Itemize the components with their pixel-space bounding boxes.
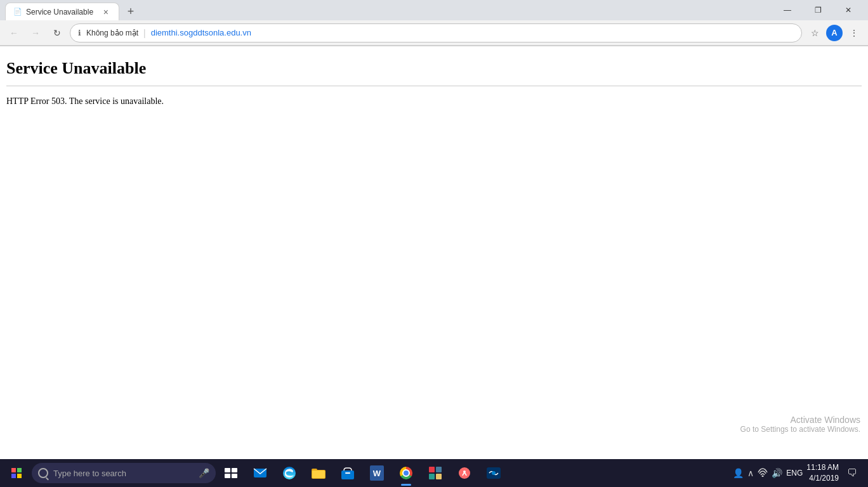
start-button[interactable] bbox=[3, 459, 30, 487]
app8-button[interactable] bbox=[450, 459, 478, 487]
people-tray-icon[interactable]: 👤 bbox=[733, 468, 744, 478]
file-explorer-icon bbox=[311, 465, 326, 481]
app7-button[interactable] bbox=[421, 459, 449, 487]
security-text: Không bảo mật bbox=[86, 29, 138, 37]
url-text: diemthi.sogddtsonla.edu.vn bbox=[151, 28, 251, 37]
clock-time: 11:18 AM bbox=[806, 462, 839, 473]
edge-icon bbox=[282, 465, 297, 481]
svg-rect-3 bbox=[232, 474, 237, 478]
microphone-icon[interactable]: 🎤 bbox=[199, 468, 209, 478]
page-title: Service Unavailable bbox=[6, 59, 862, 78]
window-controls: — ❐ ✕ bbox=[773, 0, 863, 20]
svg-rect-1 bbox=[232, 468, 237, 472]
svg-rect-9 bbox=[341, 471, 354, 479]
page-content: Service Unavailable HTTP Error 503. The … bbox=[0, 46, 868, 460]
file-explorer-button[interactable] bbox=[305, 459, 332, 487]
tab-close-button[interactable]: × bbox=[101, 6, 111, 18]
clock-date: 4/1/2019 bbox=[806, 473, 839, 484]
taskbar: Type here to search 🎤 bbox=[0, 459, 868, 487]
svg-rect-8 bbox=[312, 471, 325, 478]
browser-chrome: 📄 Service Unavailable × + — ❐ ✕ ← → ↻ ℹ … bbox=[0, 0, 868, 46]
teamviewer-button[interactable] bbox=[480, 459, 508, 487]
task-view-icon bbox=[223, 465, 239, 481]
chrome-app-button[interactable] bbox=[392, 459, 420, 487]
security-icon: ℹ bbox=[78, 29, 81, 37]
chrome-icon bbox=[400, 467, 412, 479]
maximize-button[interactable]: ❐ bbox=[803, 0, 832, 20]
active-tab[interactable]: 📄 Service Unavailable × bbox=[5, 3, 119, 20]
svg-point-18 bbox=[492, 471, 496, 475]
close-button[interactable]: ✕ bbox=[834, 0, 863, 20]
volume-tray-icon[interactable]: 🔊 bbox=[772, 468, 782, 478]
svg-point-19 bbox=[762, 475, 764, 477]
tabs-area: 📄 Service Unavailable × + bbox=[5, 0, 140, 20]
app7-icon bbox=[428, 465, 443, 481]
menu-button[interactable]: ⋮ bbox=[845, 24, 863, 42]
svg-rect-12 bbox=[436, 467, 442, 472]
tab-favicon: 📄 bbox=[13, 8, 22, 16]
refresh-button[interactable]: ↻ bbox=[48, 24, 66, 42]
svg-rect-2 bbox=[225, 474, 230, 478]
bookmark-button[interactable]: ☆ bbox=[806, 24, 824, 42]
toolbar-right: ☆ A ⋮ bbox=[806, 24, 863, 42]
search-placeholder-text: Type here to search bbox=[53, 469, 126, 478]
edge-app-button[interactable] bbox=[275, 459, 303, 487]
svg-rect-11 bbox=[429, 467, 435, 472]
svg-rect-0 bbox=[225, 468, 230, 472]
svg-rect-13 bbox=[429, 474, 435, 479]
teamviewer-icon bbox=[486, 465, 501, 481]
svg-rect-14 bbox=[436, 474, 442, 479]
url-divider: | bbox=[143, 28, 146, 38]
page-divider bbox=[6, 86, 862, 86]
svg-point-16 bbox=[463, 471, 466, 473]
language-indicator[interactable]: ENG bbox=[786, 469, 803, 477]
word-icon: W bbox=[370, 465, 384, 481]
minimize-button[interactable]: — bbox=[773, 0, 802, 20]
show-hidden-icons-button[interactable]: ∧ bbox=[747, 468, 754, 478]
new-tab-button[interactable]: + bbox=[122, 3, 140, 20]
back-button[interactable]: ← bbox=[5, 24, 23, 42]
title-bar: 📄 Service Unavailable × + — ❐ ✕ bbox=[0, 0, 868, 20]
store-app-button[interactable] bbox=[334, 459, 362, 487]
page-error-text: HTTP Error 503. The service is unavailab… bbox=[6, 96, 862, 107]
forward-button[interactable]: → bbox=[27, 24, 44, 42]
taskbar-search[interactable]: Type here to search 🎤 bbox=[32, 463, 216, 483]
mail-icon bbox=[253, 465, 268, 481]
url-bar[interactable]: ℹ Không bảo mật | diemthi.sogddtsonla.ed… bbox=[70, 23, 802, 42]
profile-button[interactable]: A bbox=[826, 25, 843, 41]
system-tray: 👤 ∧ 🔊 ENG 11:18 AM 4/1/2019 🗨 bbox=[729, 459, 865, 487]
clock-display[interactable]: 11:18 AM 4/1/2019 bbox=[806, 462, 839, 484]
app8-icon bbox=[457, 465, 472, 481]
svg-rect-10 bbox=[345, 472, 350, 474]
mail-app-button[interactable] bbox=[246, 459, 274, 487]
windows-icon bbox=[11, 468, 22, 478]
network-tray-icon[interactable] bbox=[758, 468, 768, 479]
store-icon bbox=[340, 465, 355, 481]
notification-button[interactable]: 🗨 bbox=[843, 459, 862, 487]
task-view-button[interactable] bbox=[217, 459, 245, 487]
tab-title: Service Unavailable bbox=[26, 8, 97, 16]
search-icon bbox=[38, 468, 48, 478]
word-app-button[interactable]: W bbox=[363, 459, 391, 487]
address-bar: ← → ↻ ℹ Không bảo mật | diemthi.sogddtso… bbox=[0, 20, 868, 46]
